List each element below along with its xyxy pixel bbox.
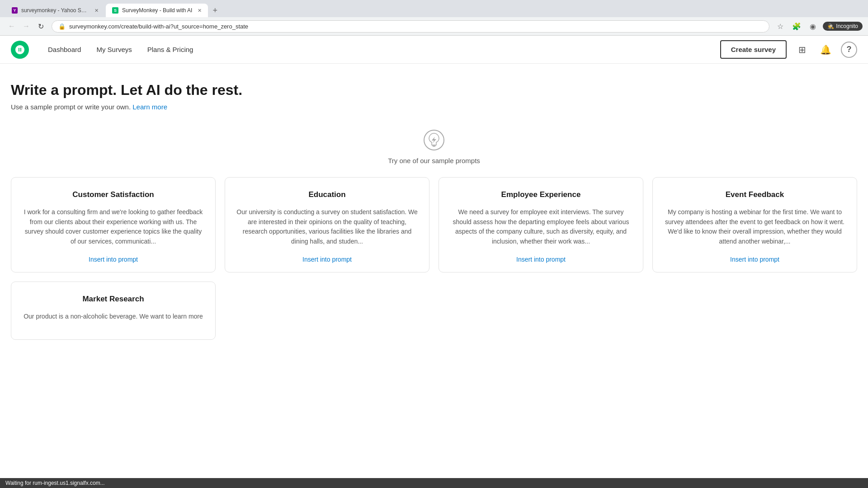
tab-title-yahoo: surveymonkey - Yahoo Search xyxy=(21,7,89,14)
card-body-customer-satisfaction: I work for a consulting firm and we're l… xyxy=(22,207,204,247)
insert-link-customer-satisfaction[interactable]: Insert into prompt xyxy=(89,256,138,263)
reload-button[interactable]: ↻ xyxy=(34,20,47,33)
browser-chrome: Y surveymonkey - Yahoo Search ✕ S Survey… xyxy=(0,0,868,36)
app-header: Dashboard My Surveys Plans & Pricing Cre… xyxy=(0,36,868,64)
card-customer-satisfaction[interactable]: Customer Satisfaction I work for a consu… xyxy=(11,177,216,272)
subtitle-text: Use a sample prompt or write your own. xyxy=(11,103,132,111)
browser-tab-bar: Y surveymonkey - Yahoo Search ✕ S Survey… xyxy=(0,0,868,17)
learn-more-link[interactable]: Learn more xyxy=(132,103,167,111)
card-title-education: Education xyxy=(308,190,345,199)
address-text: surveymonkey.com/create/build-with-ai?ut… xyxy=(69,23,763,30)
card-title-customer-satisfaction: Customer Satisfaction xyxy=(72,190,154,199)
main-nav: Dashboard My Surveys Plans & Pricing xyxy=(42,42,199,57)
browser-tab-surveymonkey[interactable]: S SurveyMonkey - Build with AI ✕ xyxy=(106,4,208,17)
extension-icon[interactable]: 🧩 xyxy=(790,20,803,33)
nav-buttons: ← → ↻ xyxy=(5,20,47,33)
page-subtitle: Use a sample prompt or write your own. L… xyxy=(11,103,857,111)
incognito-badge: 🕵 Incognito xyxy=(823,22,863,31)
insert-link-education[interactable]: Insert into prompt xyxy=(302,256,352,263)
card-employee-experience[interactable]: Employee Experience We need a survey for… xyxy=(439,177,643,272)
logo-icon xyxy=(14,44,25,55)
card-title-market-research: Market Research xyxy=(22,295,204,304)
nav-dashboard[interactable]: Dashboard xyxy=(42,42,87,57)
new-tab-button[interactable]: + xyxy=(209,4,221,17)
app-logo[interactable] xyxy=(11,41,29,59)
tabs-container: Y surveymonkey - Yahoo Search ✕ S Survey… xyxy=(5,4,221,17)
card-market-research[interactable]: Market Research Our product is a non-alc… xyxy=(11,282,216,340)
nav-my-surveys[interactable]: My Surveys xyxy=(90,42,138,57)
bookmark-icon[interactable]: ☆ xyxy=(774,20,787,33)
page-title: Write a prompt. Let AI do the rest. xyxy=(11,82,857,99)
main-content: Write a prompt. Let AI do the rest. Use … xyxy=(0,64,868,358)
cards-grid-bottom: Market Research Our product is a non-alc… xyxy=(11,282,857,340)
browser-tab-yahoo[interactable]: Y surveymonkey - Yahoo Search ✕ xyxy=(5,4,105,17)
card-body-employee-experience: We need a survey for employee exit inter… xyxy=(450,207,632,247)
favicon-sm: S xyxy=(112,7,118,14)
sample-prompts-header: Try one of our sample prompts xyxy=(11,129,857,164)
cards-grid: Customer Satisfaction I work for a consu… xyxy=(11,177,857,272)
insert-link-employee-experience[interactable]: Insert into prompt xyxy=(516,256,566,263)
toolbar-right: ☆ 🧩 ◉ 🕵 Incognito xyxy=(774,20,863,33)
tab-close-sm[interactable]: ✕ xyxy=(198,8,202,14)
tab-title-sm: SurveyMonkey - Build with AI xyxy=(122,7,192,14)
lightbulb-icon xyxy=(423,129,445,153)
header-right: Create survey ⊞ 🔔 ? xyxy=(720,40,857,59)
card-title-employee-experience: Employee Experience xyxy=(501,190,581,199)
grid-icon[interactable]: ⊞ xyxy=(794,42,810,58)
profile-icon[interactable]: ◉ xyxy=(807,20,819,33)
card-education[interactable]: Education Our university is conducting a… xyxy=(225,177,429,272)
insert-link-event-feedback[interactable]: Insert into prompt xyxy=(730,256,779,263)
incognito-hat: 🕵 xyxy=(827,23,834,29)
sample-prompts-label: Try one of our sample prompts xyxy=(388,157,480,164)
create-survey-button[interactable]: Create survey xyxy=(720,40,787,59)
favicon-yahoo: Y xyxy=(12,7,18,14)
lock-icon: 🔒 xyxy=(58,23,66,30)
tab-close-yahoo[interactable]: ✕ xyxy=(94,8,99,14)
incognito-label: Incognito xyxy=(836,23,858,29)
card-body-education: Our university is conducting a survey on… xyxy=(236,207,418,247)
browser-toolbar: ← → ↻ 🔒 surveymonkey.com/create/build-wi… xyxy=(0,17,868,35)
card-body-market-research: Our product is a non-alcoholic beverage.… xyxy=(22,312,204,322)
card-event-feedback[interactable]: Event Feedback My company is hosting a w… xyxy=(652,177,857,272)
bell-icon[interactable]: 🔔 xyxy=(817,42,834,58)
back-button[interactable]: ← xyxy=(5,20,18,33)
nav-plans-pricing[interactable]: Plans & Pricing xyxy=(141,42,200,57)
card-title-event-feedback: Event Feedback xyxy=(726,190,784,199)
forward-button[interactable]: → xyxy=(20,20,33,33)
address-bar[interactable]: 🔒 surveymonkey.com/create/build-with-ai?… xyxy=(52,20,769,33)
card-body-event-feedback: My company is hosting a webinar for the … xyxy=(664,207,846,247)
help-icon[interactable]: ? xyxy=(841,42,857,58)
